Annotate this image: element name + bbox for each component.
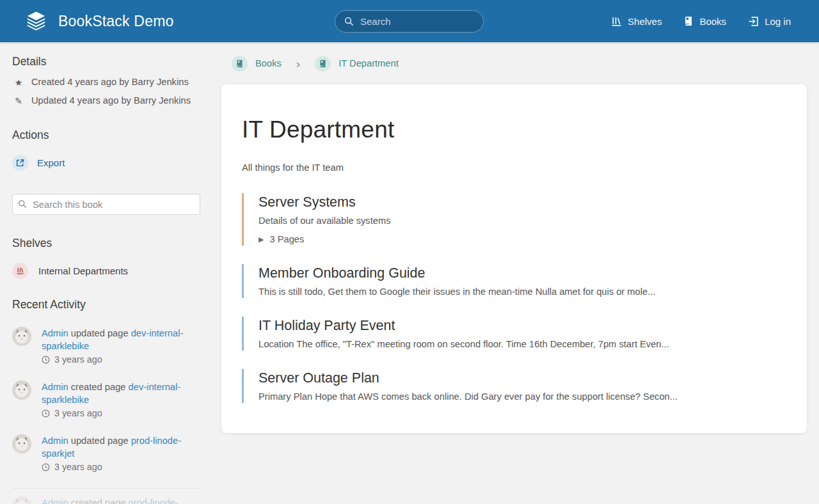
breadcrumb-books[interactable]: Books <box>232 56 282 72</box>
book-icon <box>232 56 248 72</box>
header-nav: Shelves Books Log in <box>611 16 791 27</box>
breadcrumb: Books › IT Department <box>221 42 807 84</box>
page-item[interactable]: Member Onboarding Guide This is still to… <box>242 264 786 298</box>
page-title: IT Holiday Party Event <box>258 318 786 334</box>
activity-user-link[interactable]: Admin <box>42 382 68 392</box>
activity-timestamp: 3 years ago <box>42 354 200 365</box>
book-icon <box>683 16 694 26</box>
chapter-item[interactable]: Server Systems Details of our available … <box>242 193 786 246</box>
updated-detail: ✎ Updated 4 years ago by Barry Jenkins <box>12 95 200 107</box>
caret-right-icon: ▶ <box>258 235 264 244</box>
chevron-right-icon: › <box>290 58 306 70</box>
shelf-item-label: Internal Departments <box>38 265 128 276</box>
activity-text: Admin updated page dev-internal-sparkleb… <box>42 327 200 352</box>
clock-icon <box>42 463 50 471</box>
created-detail: ★ Created 4 years ago by Barry Jenkins <box>12 77 200 89</box>
breadcrumb-current-book[interactable]: IT Department <box>315 56 399 72</box>
global-search-box[interactable] <box>335 10 484 33</box>
bookstack-logo-icon <box>23 8 49 35</box>
nav-login[interactable]: Log in <box>748 16 791 27</box>
page-item[interactable]: IT Holiday Party Event Location The offi… <box>242 317 786 350</box>
avatar <box>12 434 31 453</box>
page-title: Server Outage Plan <box>258 370 786 386</box>
avatar <box>12 381 31 400</box>
page-item[interactable]: Server Outage Plan Primary Plan Hope tha… <box>242 369 786 403</box>
nav-login-label: Log in <box>765 16 791 27</box>
book-sidebar: Details ★ Created 4 years ago by Barry J… <box>0 42 221 504</box>
main-content: Books › IT Department IT Department All … <box>221 42 819 504</box>
shelves-section: Shelves Internal Departments <box>12 237 200 279</box>
avatar <box>12 496 31 504</box>
chapter-description: Details of our available systems <box>258 216 786 226</box>
details-section: Details ★ Created 4 years ago by Barry J… <box>12 55 200 107</box>
activity-item: Admin updated page dev-internal-sparkleb… <box>12 327 200 365</box>
activity-text: Admin updated page prod-linode-sparkjet <box>42 434 200 460</box>
activity-timestamp: 3 years ago <box>42 408 200 418</box>
book-search <box>12 194 200 215</box>
page-description: This is still todo, Get them to Google t… <box>258 287 786 297</box>
book-icon <box>315 56 331 72</box>
clock-icon <box>42 409 50 418</box>
search-icon <box>344 17 354 26</box>
activity-item: Admin created page dev-internal-sparkleb… <box>12 381 200 418</box>
avatar <box>12 327 31 346</box>
global-search-input[interactable] <box>360 16 463 27</box>
activity-divider <box>12 488 200 489</box>
book-card: IT Department All things for the IT team… <box>221 84 807 433</box>
activity-text: Admin created page dev-internal-sparkleb… <box>42 381 200 406</box>
export-button[interactable]: Export <box>12 155 200 171</box>
shelf-item[interactable]: Internal Departments <box>12 263 200 279</box>
actions-section: Actions Export <box>12 129 200 171</box>
nav-books-label: Books <box>699 16 726 27</box>
activity-timestamp: 3 years ago <box>42 462 200 472</box>
search-icon <box>18 200 27 209</box>
activity-user-link[interactable]: Admin <box>42 328 68 338</box>
nav-shelves[interactable]: Shelves <box>611 16 662 27</box>
chapter-pages-toggle[interactable]: ▶ 3 Pages <box>258 234 786 244</box>
book-description: All things for the IT team <box>242 162 786 173</box>
breadcrumb-current-label: IT Department <box>338 58 399 68</box>
bookshelf-icon <box>611 16 622 27</box>
book-title: IT Department <box>242 116 786 143</box>
page-description: Primary Plan Hope that AWS comes back on… <box>258 391 786 402</box>
activity-user-link[interactable]: Admin <box>42 436 68 446</box>
pages-count-label: 3 Pages <box>269 234 304 244</box>
created-text: Created 4 years ago by Barry Jenkins <box>31 77 189 87</box>
page-description: Location The office, "T-Rex" meeting roo… <box>258 339 786 349</box>
app-title: BookStack Demo <box>58 13 174 30</box>
shelves-heading: Shelves <box>12 237 200 250</box>
activity-user-link[interactable]: Admin <box>42 498 68 504</box>
activity-item: Admin created page prod-linode-sparkjet <box>12 496 200 504</box>
recent-activity-heading: Recent Activity <box>12 298 200 311</box>
details-heading: Details <box>12 55 200 68</box>
app-header: BookStack Demo Shelves Books Log in <box>0 0 819 42</box>
export-icon <box>12 155 28 171</box>
book-search-input[interactable] <box>12 194 200 215</box>
app-logo-link[interactable]: BookStack Demo <box>23 8 174 35</box>
updated-text: Updated 4 years ago by Barry Jenkins <box>31 95 191 106</box>
activity-text: Admin created page prod-linode-sparkjet <box>42 496 200 504</box>
login-icon <box>748 16 759 27</box>
recent-activity-section: Recent Activity Admin updated page dev-i… <box>12 298 200 504</box>
bookshelf-icon <box>12 263 28 279</box>
star-icon: ★ <box>13 77 24 89</box>
export-label: Export <box>37 157 65 168</box>
nav-books[interactable]: Books <box>683 16 726 27</box>
breadcrumb-books-label: Books <box>255 58 282 68</box>
activity-item: Admin updated page prod-linode-sparkjet … <box>12 434 200 472</box>
clock-icon <box>42 356 50 364</box>
chapter-title: Server Systems <box>258 194 786 210</box>
actions-heading: Actions <box>12 129 200 142</box>
page-title: Member Onboarding Guide <box>258 265 786 281</box>
pencil-icon: ✎ <box>13 95 24 107</box>
nav-shelves-label: Shelves <box>628 16 662 27</box>
